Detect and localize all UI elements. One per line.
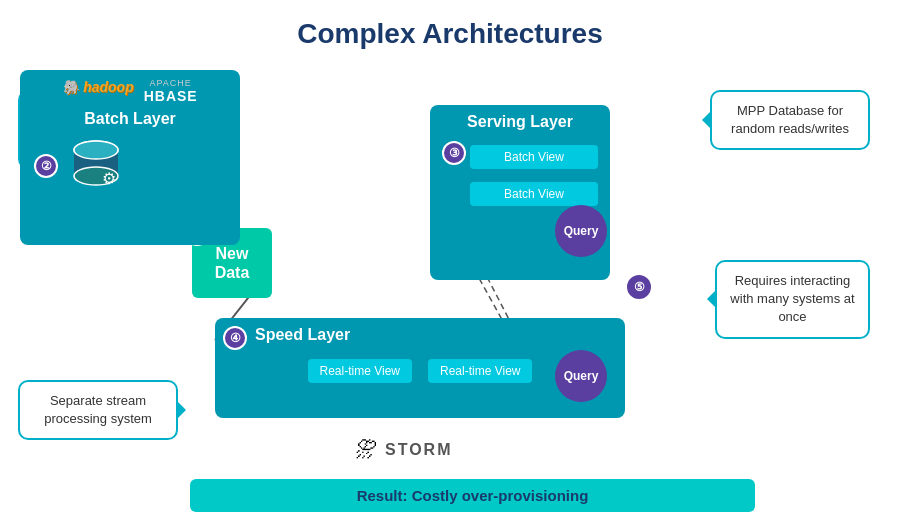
database-icon: ⚙ [66,138,126,193]
hbase-logo: APACHE HBASE [144,78,198,104]
page-container: Complex Architectures [0,0,900,520]
logos-row: 🐘 hadoop APACHE HBASE [28,78,232,104]
speed-layer-label: Speed Layer [255,326,350,344]
page-title: Complex Architectures [0,0,900,60]
bubble-requires: Requires interacting with many systems a… [715,260,870,339]
batch-layer-label: Batch Layer [28,110,232,128]
storm-area: ⛈ STORM [355,435,452,465]
step-3-circle: ③ [442,141,466,165]
storm-label: STORM [385,441,452,459]
svg-point-13 [74,141,118,159]
storm-icon: ⛈ [355,437,377,463]
step-5-circle: ⑤ [625,273,653,301]
step-4-circle: ④ [223,326,247,350]
realtime-view-btn-2[interactable]: Real-time View [428,359,532,383]
bubble-mpp: MPP Database for random reads/writes [710,90,870,150]
query-circle-bottom: Query [555,350,607,402]
hadoop-logo: 🐘 hadoop [62,78,133,104]
diagram-area: High batch append-only writes against Ha… [0,60,900,520]
new-data-label: NewData [215,244,250,282]
svg-text:⚙: ⚙ [102,170,116,187]
realtime-view-btn-1[interactable]: Real-time View [308,359,412,383]
result-banner: Result: Costly over-provisioning [190,479,755,512]
batch-view-btn-2[interactable]: Batch View [470,182,598,206]
bubble-stream: Separate stream processing system [18,380,178,440]
batch-layer: 🐘 hadoop APACHE HBASE Batch Layer ② [20,70,240,245]
query-circle-top: Query [555,205,607,257]
batch-view-btn-1[interactable]: Batch View [470,145,598,169]
step-2-circle: ② [34,154,58,178]
serving-layer-label: Serving Layer [438,113,602,131]
